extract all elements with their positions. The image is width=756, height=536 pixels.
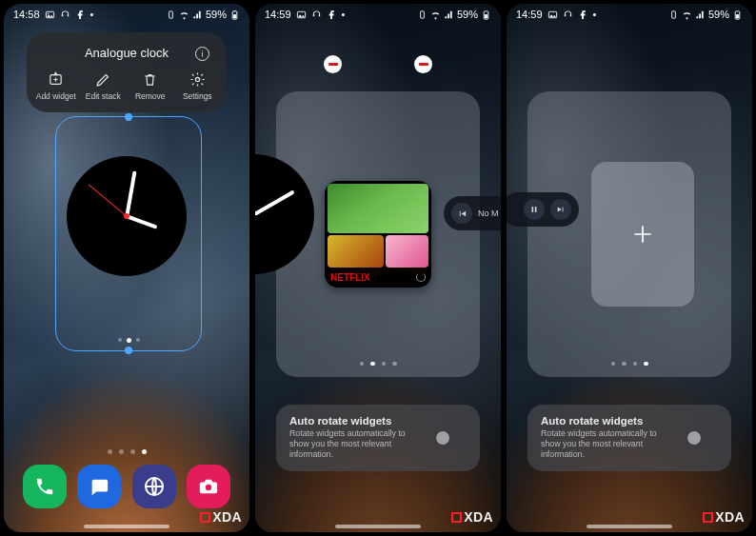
music-widget-preview[interactable] xyxy=(507,192,579,227)
music-status-text: No M xyxy=(478,208,499,218)
add-widget-action[interactable]: Add widget xyxy=(32,71,80,101)
remove-widget-badge[interactable] xyxy=(324,55,342,73)
wifi-icon xyxy=(179,10,189,20)
status-battery: 59% xyxy=(708,9,729,20)
auto-rotate-card: Auto rotate widgets Rotate widgets autom… xyxy=(527,405,731,471)
action-label: Edit stack xyxy=(86,91,121,101)
svg-rect-15 xyxy=(672,10,676,17)
status-bar: 14:59 • 59% xyxy=(507,4,752,25)
facebook-icon xyxy=(75,10,86,20)
headset-icon xyxy=(60,10,70,20)
auto-rotate-title: Auto rotate widgets xyxy=(541,415,676,427)
signal-icon xyxy=(444,10,454,20)
battery-icon xyxy=(481,10,491,20)
action-label: Add widget xyxy=(36,91,76,101)
screen-stack-editor-netflix: 14:59 • 59% NETFLIX xyxy=(255,4,501,532)
auto-rotate-description: Rotate widgets automatically to show you… xyxy=(541,428,676,460)
svg-rect-18 xyxy=(532,207,534,212)
svg-rect-19 xyxy=(535,207,537,212)
phone-app[interactable] xyxy=(23,465,67,508)
widget-stack-canvas[interactable] xyxy=(527,91,731,377)
homescreen-page-indicator[interactable] xyxy=(4,449,249,454)
xda-logo-square xyxy=(200,512,210,523)
svg-rect-2 xyxy=(169,10,173,17)
auto-rotate-toggle[interactable] xyxy=(686,429,718,447)
svg-rect-11 xyxy=(421,10,425,17)
auto-rotate-card: Auto rotate widgets Rotate widgets autom… xyxy=(276,405,480,471)
minute-hand xyxy=(255,189,294,215)
facebook-icon xyxy=(578,10,588,20)
headset-icon xyxy=(311,10,322,20)
screen-stack-editor-add: 14:59 • 59% xyxy=(507,4,752,532)
widget-resize-frame[interactable] xyxy=(55,116,202,351)
vibrate-icon xyxy=(668,10,679,20)
facebook-icon xyxy=(327,10,337,20)
image-icon xyxy=(45,10,55,20)
battery-icon xyxy=(229,10,240,20)
status-battery: 59% xyxy=(206,9,227,20)
netflix-widget[interactable]: NETFLIX xyxy=(325,181,431,288)
music-widget-preview[interactable]: No M xyxy=(444,196,501,230)
edit-stack-action[interactable]: Edit stack xyxy=(80,71,128,101)
info-button[interactable]: i xyxy=(195,47,209,61)
widget-options-popup: Analogue clock i Add widget Edit stack R… xyxy=(27,32,227,112)
svg-point-7 xyxy=(195,77,199,81)
app-dock xyxy=(15,460,238,513)
internet-app[interactable] xyxy=(132,465,176,508)
next-track-icon xyxy=(550,199,571,220)
svg-point-1 xyxy=(47,12,48,13)
plus-icon xyxy=(630,222,655,247)
netflix-thumbnail-a xyxy=(328,235,384,268)
vibrate-icon xyxy=(166,10,176,20)
netflix-thumbnail-main xyxy=(328,184,428,233)
stack-page-indicator xyxy=(527,362,731,367)
auto-rotate-description: Rotate widgets automatically to show you… xyxy=(289,428,425,460)
signal-icon xyxy=(695,10,706,20)
screen-widget-edit: 14:58 • 59% xyxy=(4,4,249,532)
more-icon: • xyxy=(593,9,597,20)
vibrate-icon xyxy=(417,10,428,20)
wifi-icon xyxy=(682,10,692,20)
netflix-thumbnail-b xyxy=(386,235,428,268)
previous-track-icon xyxy=(451,203,472,224)
stack-page-indicator xyxy=(276,362,480,367)
svg-rect-5 xyxy=(233,14,236,18)
status-bar: 14:59 • 59% xyxy=(255,4,501,25)
resize-handle-bottom[interactable] xyxy=(125,347,132,354)
status-bar: 14:58 • 59% xyxy=(4,4,249,25)
resize-handle-top[interactable] xyxy=(125,113,132,121)
gesture-nav-pill[interactable] xyxy=(335,525,421,528)
camera-app[interactable] xyxy=(187,465,230,508)
image-icon xyxy=(547,10,558,20)
action-label: Remove xyxy=(135,91,166,101)
svg-rect-13 xyxy=(485,14,487,18)
gesture-nav-pill[interactable] xyxy=(587,525,672,528)
remove-action[interactable]: Remove xyxy=(127,71,174,101)
xda-watermark: XDA xyxy=(451,509,493,525)
svg-rect-17 xyxy=(736,14,739,18)
more-icon: • xyxy=(90,9,94,20)
popup-title: Analogue clock xyxy=(85,46,169,60)
auto-rotate-title: Auto rotate widgets xyxy=(289,415,425,427)
image-icon xyxy=(296,10,307,20)
status-time: 14:59 xyxy=(516,9,543,20)
messages-app[interactable] xyxy=(77,465,121,508)
svg-rect-4 xyxy=(234,10,236,10)
settings-action[interactable]: Settings xyxy=(174,71,222,101)
remove-widget-badge[interactable] xyxy=(414,55,432,73)
gesture-nav-pill[interactable] xyxy=(84,525,169,528)
pause-icon xyxy=(524,199,545,220)
action-label: Settings xyxy=(183,91,212,101)
xda-logo-square xyxy=(451,512,462,523)
status-time: 14:59 xyxy=(265,9,291,20)
headset-icon xyxy=(563,10,573,20)
xda-logo-square xyxy=(703,512,713,523)
auto-rotate-toggle[interactable] xyxy=(434,429,467,447)
widget-stack-canvas[interactable]: NETFLIX No M xyxy=(276,91,480,377)
battery-icon xyxy=(732,10,743,20)
status-battery: 59% xyxy=(457,9,478,20)
signal-icon xyxy=(192,10,203,20)
clock-widget-preview[interactable] xyxy=(255,154,314,274)
add-widget-slot[interactable] xyxy=(591,162,694,307)
more-icon: • xyxy=(342,9,346,20)
